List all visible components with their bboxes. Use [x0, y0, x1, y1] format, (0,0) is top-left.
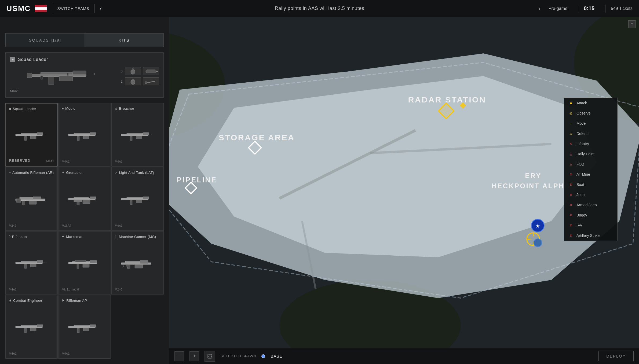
kit-icon: ✛	[62, 235, 64, 238]
map-container[interactable]: ARMY CAMP STORAGE AREA RADAR STATION PIP…	[169, 17, 639, 348]
kit-cell-header: ≡ Automatic Rifleman (AR)	[9, 171, 54, 175]
kit-cell-gun	[9, 113, 54, 159]
svg-rect-30	[77, 136, 79, 141]
context-menu-item-jeep[interactable]: ⊗ Jeep	[564, 190, 617, 200]
kit-cell-name: Marksman	[66, 235, 83, 239]
svg-rect-81	[90, 325, 96, 327]
deploy-button[interactable]: DEPLOY	[598, 351, 634, 361]
kit-cell-rifleman[interactable]: ^ Rifleman M4A1	[5, 231, 58, 295]
context-menu-item-armedjeep[interactable]: ⊗ Armed Jeep	[564, 200, 617, 210]
kit-cell-breacher[interactable]: ⊕ Breacher M4A1	[111, 103, 164, 167]
kit-cell-header: + Medic	[62, 106, 75, 111]
accessory-row-2: 2	[118, 77, 159, 85]
kit-cell-gun	[9, 305, 54, 351]
kit-cell-marksman[interactable]: ✛ Marksman Mk 11 mod 0	[58, 231, 111, 295]
svg-rect-71	[127, 265, 130, 269]
svg-rect-23	[30, 136, 36, 139]
fob-icon: △	[568, 162, 573, 167]
context-menu-item-fob[interactable]: △ FOB	[564, 159, 617, 169]
infantry-icon: ✕	[568, 141, 573, 146]
jeep-icon: ⊗	[568, 192, 573, 197]
context-menu-item-boat[interactable]: ⊗ Boat	[564, 179, 617, 190]
nav-left-button[interactable]: ‹	[100, 5, 102, 12]
context-menu-item-rally[interactable]: △ Rally Point	[564, 149, 617, 159]
kit-cell-gun	[115, 241, 160, 287]
svg-text:★: ★	[535, 223, 540, 229]
kit-cell-weapon: M240	[115, 288, 122, 291]
zoom-out-button[interactable]: −	[174, 351, 184, 361]
help-button[interactable]: ?	[628, 20, 636, 28]
kit-cell-gun	[115, 113, 160, 159]
infantry-label: Infantry	[576, 142, 589, 146]
kit-cell-weapon: M4A1	[115, 160, 123, 163]
kit-cell-gun	[62, 113, 107, 159]
kit-cell-rifleman-ap[interactable]: ⚑ Rifleman AP M4A1	[58, 295, 111, 359]
kit-cell-combat-engineer[interactable]: ✱ Combat Engineer M4A1	[5, 295, 58, 359]
kit-cell-header: ||| Machine Gunner (MG)	[115, 235, 156, 239]
move-label: Move	[576, 121, 586, 126]
svg-rect-78	[24, 328, 27, 333]
divider2	[605, 5, 605, 13]
kit-cell-squad-leader[interactable]: ■ Squad Leader RESERVED M4A1	[5, 103, 58, 167]
context-menu-item-atmine[interactable]: ⊗ AT Mine	[564, 169, 617, 179]
svg-rect-27	[74, 133, 90, 134]
context-menu-item-move[interactable]: ↓ Move	[564, 118, 617, 128]
svg-rect-14	[146, 70, 156, 73]
svg-rect-39	[20, 197, 33, 199]
svg-rect-21	[21, 133, 37, 134]
kit-cell-gun	[62, 241, 107, 287]
svg-line-13	[133, 68, 134, 68]
svg-text:HECKPOINT ALPHA: HECKPOINT ALPHA	[492, 182, 570, 190]
svg-rect-8	[41, 76, 43, 79]
svg-rect-33	[127, 133, 143, 134]
recenter-button[interactable]	[205, 351, 215, 362]
rally-label: Rally Point	[576, 152, 594, 156]
kit-cell-weapon: Mk 11 mod 0	[62, 288, 79, 291]
svg-rect-24	[24, 136, 27, 141]
tab-squads[interactable]: SQUADS [1/9]	[6, 34, 85, 47]
kit-cell-mg[interactable]: ||| Machine Gunner (MG)	[111, 231, 164, 295]
svg-rect-19	[145, 82, 147, 84]
svg-text:RADAR STATION: RADAR STATION	[408, 95, 486, 104]
kit-cell-weapon: M4A1	[62, 160, 70, 163]
context-menu-item-defend[interactable]: ◇ Defend	[564, 128, 617, 139]
kit-cell-medic[interactable]: + Medic M4A1	[58, 103, 111, 167]
kit-cell-lat[interactable]: ↗ Light Anti-Tank (LAT) M4A1	[111, 167, 164, 231]
svg-rect-28	[90, 133, 96, 135]
svg-rect-75	[21, 325, 37, 326]
kit-card-name: Squad Leader	[18, 57, 48, 62]
context-menu-item-artillery[interactable]: ⊗ Artillery Strike	[564, 230, 617, 241]
map-bottom-bar: − + SELECTED SPAWN BASE DEPLOY	[169, 348, 639, 364]
kit-cell-ar[interactable]: ≡ Automatic Rifleman (AR) M249	[5, 167, 58, 231]
tab-kits[interactable]: KITS	[85, 34, 164, 47]
svg-text:STORAGE AREA: STORAGE AREA	[219, 133, 295, 142]
kit-cell-header: ✛ Marksman	[62, 235, 83, 239]
svg-rect-80	[74, 325, 90, 326]
attack-icon: ◆	[568, 101, 573, 105]
kit-cell-weapon: M4A1	[46, 160, 54, 163]
left-panel: SQUADS [1/9] KITS ■ Squad Leader	[0, 17, 169, 364]
knife-icon	[143, 77, 159, 85]
team-name: USMC	[6, 4, 31, 13]
context-menu-item-infantry[interactable]: ✕ Infantry	[564, 139, 617, 149]
buggy-icon: ⊗	[568, 213, 573, 218]
context-menu-item-buggy[interactable]: ⊗ Buggy	[564, 210, 617, 220]
kit-cell-name: Breacher	[119, 106, 134, 111]
context-menu-item-ifv[interactable]: ⊗ IFV	[564, 220, 617, 230]
kit-icon: ⊕	[115, 107, 118, 111]
switch-teams-button[interactable]: SWITCH TEAMS	[52, 4, 94, 13]
svg-rect-35	[136, 136, 142, 139]
nav-right-button[interactable]: ›	[538, 5, 540, 12]
svg-rect-5	[27, 73, 32, 78]
kit-card-footer: M4A1	[10, 89, 159, 93]
kit-icon: +	[62, 107, 64, 111]
svg-rect-17	[132, 79, 134, 80]
context-menu: ◆ Attack ◎ Observe ↓ Move ◇ Defend ✕ I	[564, 98, 618, 241]
context-menu-item-attack[interactable]: ◆ Attack	[564, 98, 617, 108]
zoom-in-button[interactable]: +	[189, 351, 199, 361]
kit-cell-weapon: M4A1	[9, 352, 17, 355]
svg-rect-77	[30, 328, 36, 331]
kit-cell-grenadier[interactable]: ✦ Grenadier M16A4	[58, 167, 111, 231]
kit-cell-header: ■ Squad Leader	[9, 107, 36, 111]
context-menu-item-observe[interactable]: ◎ Observe	[564, 108, 617, 118]
